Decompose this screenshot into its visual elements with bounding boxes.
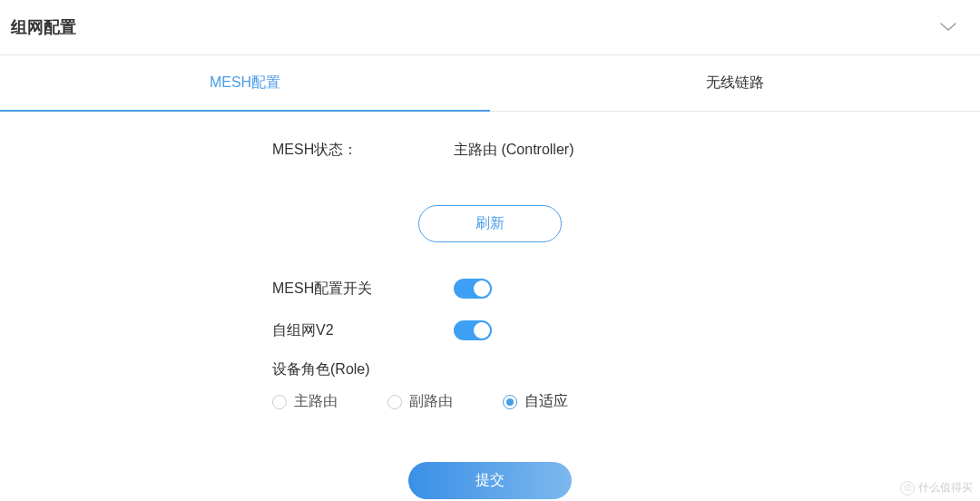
role-title: 设备角色(Role) [272, 360, 980, 379]
radio-circle-icon [503, 395, 517, 409]
radio-adaptive[interactable]: 自适应 [503, 392, 568, 411]
tabs: MESH配置 无线链路 [0, 55, 980, 112]
radio-label: 副路由 [409, 392, 453, 411]
auto-net-v2-switch-label: 自组网V2 [272, 321, 454, 340]
radio-sub-router[interactable]: 副路由 [387, 392, 453, 411]
watermark-icon: 值 [900, 481, 915, 496]
tab-mesh-config[interactable]: MESH配置 [0, 55, 490, 111]
auto-net-v2-toggle[interactable] [454, 320, 492, 340]
chevron-down-icon[interactable] [940, 23, 956, 32]
mesh-config-toggle[interactable] [454, 279, 492, 299]
radio-circle-icon [272, 395, 287, 409]
refresh-row: 刷新 [0, 171, 980, 268]
radio-label: 主路由 [294, 392, 338, 411]
mesh-status-label: MESH状态： [272, 141, 454, 160]
mesh-status-value: 主路由 (Controller) [454, 141, 573, 160]
radio-label: 自适应 [524, 392, 568, 411]
mesh-config-switch-row: MESH配置开关 [0, 268, 980, 309]
section-header: 组网配置 [0, 0, 980, 55]
tab-wireless-link[interactable]: 无线链路 [490, 55, 980, 111]
refresh-button[interactable]: 刷新 [418, 205, 562, 242]
watermark: 值 什么值得买 [900, 480, 973, 496]
radio-main-router[interactable]: 主路由 [272, 392, 338, 411]
radio-circle-icon [387, 395, 402, 409]
auto-net-v2-switch-row: 自组网V2 [0, 309, 980, 351]
mesh-config-switch-label: MESH配置开关 [272, 280, 454, 299]
submit-button[interactable]: 提交 [408, 462, 572, 499]
content: MESH状态： 主路由 (Controller) 刷新 MESH配置开关 自组网… [0, 112, 980, 499]
submit-row: 提交 [0, 411, 980, 499]
role-section: 设备角色(Role) 主路由 副路由 自适应 [272, 351, 980, 411]
mesh-status-row: MESH状态： 主路由 (Controller) [0, 130, 980, 171]
role-radio-group: 主路由 副路由 自适应 [272, 392, 980, 411]
section-title: 组网配置 [11, 16, 76, 38]
watermark-text: 什么值得买 [918, 480, 973, 496]
